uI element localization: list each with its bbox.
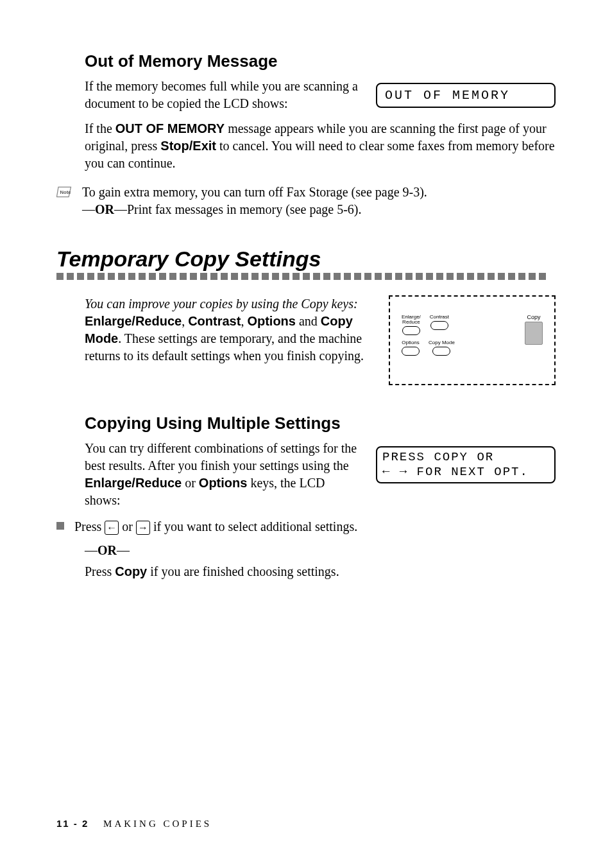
bullet-icon [56,522,64,530]
heading-divider [56,273,556,280]
heading-multiple-settings: Copying Using Multiple Settings [85,413,556,433]
chapter-title: MAKING COPIES [103,819,212,829]
para4-b: Copy [115,564,147,578]
temp-row: You can improve your copies by using the… [85,295,556,385]
note-text: To gain extra memory, you can turn off F… [82,184,427,218]
panel-copy: Copy [525,315,543,345]
page-footer: 11 - 2 MAKING COPIES [56,818,212,829]
note-line1: To gain extra memory, you can turn off F… [82,185,427,199]
para4-c: if you are finished choosing settings. [147,564,339,578]
para2-bold1: OUT OF MEMORY [115,121,225,135]
note-line2: —Print fax messages in memory (see page … [114,202,361,216]
para2-pre: If the [85,121,115,135]
panel-options: Options [402,340,420,356]
panel-enlarge-reduce: Enlarge/ Reduce [402,315,421,335]
temp-b1: Enlarge/Reduce [85,314,182,328]
temp-b2: Contrast [188,314,241,328]
options-button-icon [402,347,420,356]
panel-copy-label: Copy [527,315,540,320]
panel-copymode: Copy Mode [429,340,455,356]
panel-options-label: Options [402,340,420,345]
temp-and: and [296,314,321,328]
note-dash: — [82,202,95,216]
para4: Press Copy if you are finished choosing … [85,564,556,579]
para2: If the OUT OF MEMORY message appears whi… [85,120,556,172]
para3-b2: Options [199,476,248,490]
or-line-2: —OR— [85,543,556,558]
note-or: OR [95,202,114,216]
lcd-display-2: PRESS COPY OR ← → FOR NEXT OPT. [376,446,556,483]
para3-text: You can try different combinations of se… [85,440,363,509]
bullet1-text: Press ← or → if you want to select addit… [74,518,357,535]
panel-contrast-label: Contrast [430,315,449,320]
left-arrow-key-icon: ← [105,521,119,535]
lcd-display-1: OUT OF MEMORY [376,83,556,108]
para3-b1: Enlarge/Reduce [85,476,182,490]
panel-enlarge-label: Enlarge/ Reduce [402,315,421,325]
lcd2-line1: PRESS COPY OR [382,450,549,465]
para2-bold2: Stop/Exit [160,139,216,153]
enlarge-reduce-button-icon [402,326,420,335]
temp-italic: You can improve your copies by using the… [85,297,358,311]
bullet-row-1: Press ← or → if you want to select addit… [56,518,556,535]
para1-row: If the memory becomes full while you are… [85,78,556,112]
copymode-button-icon [432,347,450,356]
temp-text: You can improve your copies by using the… [85,295,373,365]
bullet1-c: if you want to select additional setting… [150,519,357,534]
para4-a: Press [85,564,115,578]
contrast-button-icon [430,321,448,330]
or2: OR [98,543,117,557]
para3-row: You can try different combinations of se… [85,440,556,509]
copy-button-icon [525,322,543,345]
bullet1-a: Press [74,519,105,534]
copy-panel-illustration: Enlarge/ Reduce Contrast Options Copy Mo… [389,295,556,385]
temp-b3: Options [247,314,296,328]
right-arrow-key-icon: → [136,521,150,535]
svg-text:Note: Note [60,189,71,195]
lcd2-line2: ← → FOR NEXT OPT. [382,465,549,480]
note-row: Note To gain extra memory, you can turn … [56,184,556,218]
note-icon: Note [56,185,74,199]
para3-mid: or [182,476,199,490]
main-heading-temporary-copy: Temporary Copy Settings [56,247,556,272]
bullet1-b: or [119,519,136,534]
page-number: 11 - 2 [56,818,89,829]
panel-contrast: Contrast [430,315,449,335]
panel-copymode-label: Copy Mode [429,340,455,345]
heading-out-of-memory: Out of Memory Message [85,51,556,71]
temp-rest: . These settings are temporary, and the … [85,331,364,363]
para3-a: You can try different combinations of se… [85,441,357,473]
para1-text: If the memory becomes full while you are… [85,78,363,112]
